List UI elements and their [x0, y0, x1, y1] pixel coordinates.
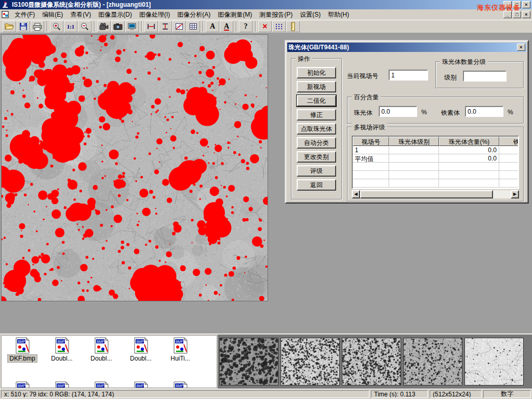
- file-item[interactable]: BMP: [161, 381, 200, 388]
- status-time: Time (s): 0.113: [371, 390, 428, 398]
- actual-size-icon: 1:1: [67, 23, 75, 30]
- measure-horizontal-button[interactable]: [144, 21, 158, 32]
- dialog-title: 珠光体(GB/T9441-88): [288, 43, 517, 52]
- menu-image-display[interactable]: 图像显示(D): [95, 9, 136, 20]
- file-item[interactable]: BMPDKF.bmp: [3, 337, 42, 363]
- scrollbar-track[interactable]: [493, 190, 511, 198]
- grade-button[interactable]: 评级: [297, 165, 336, 177]
- bmp-file-icon: BMP: [171, 381, 189, 388]
- table-cell: [439, 171, 499, 179]
- zoom-out-button[interactable]: [78, 21, 91, 32]
- thumbnail-image[interactable]: [403, 338, 462, 385]
- pick-pearlite-button[interactable]: 点取珠光体: [297, 123, 336, 135]
- column-header[interactable]: 珠光体级别: [389, 137, 439, 146]
- menu-settings[interactable]: 设置(S): [296, 9, 324, 20]
- file-item[interactable]: BMP: [42, 381, 82, 388]
- app-icon: [2, 1, 10, 9]
- scroll-right-button[interactable]: ▶: [511, 190, 519, 198]
- child-close-button[interactable]: ×: [522, 11, 530, 18]
- menu-file[interactable]: 文件(F): [11, 9, 38, 20]
- file-item[interactable]: BMP: [3, 381, 42, 388]
- print-button[interactable]: [31, 21, 44, 32]
- table-row[interactable]: [353, 179, 518, 188]
- thumbnail-image[interactable]: [342, 338, 401, 385]
- thumbnail-image[interactable]: [281, 338, 340, 385]
- file-item[interactable]: BMPDoubl...: [42, 337, 82, 363]
- file-item[interactable]: BMPDoubl...: [121, 337, 161, 363]
- auto-classify-button[interactable]: 自动分类: [297, 137, 336, 149]
- column-header[interactable]: 珠光体含量(%): [439, 137, 499, 146]
- ferrite-label: 铁素体: [441, 109, 460, 117]
- file-item[interactable]: BMPHuiTi...: [161, 337, 200, 363]
- menu-help[interactable]: 帮助(H): [324, 9, 353, 20]
- bmp-file-icon: BMP: [92, 381, 110, 388]
- font-button[interactable]: A: [206, 21, 219, 32]
- camera-button[interactable]: [111, 21, 125, 32]
- status-image-size: (512x512x24): [430, 390, 482, 398]
- current-field-label: 当前视场号: [347, 72, 378, 81]
- toolbar-separator: [141, 21, 142, 32]
- table-row[interactable]: [353, 163, 518, 171]
- menu-image-process[interactable]: 图像处理(I): [136, 9, 174, 20]
- dialog-title-bar[interactable]: 珠光体(GB/T9441-88) ×: [287, 43, 526, 52]
- scroll-left-button[interactable]: ◀: [352, 190, 360, 198]
- bmp-file-icon: BMP: [92, 337, 110, 354]
- video-capture-button[interactable]: [97, 21, 111, 32]
- child-window-icon[interactable]: [2, 11, 10, 19]
- table-row[interactable]: 平均值0.0: [353, 154, 518, 163]
- menu-edit[interactable]: 编辑(E): [38, 9, 66, 20]
- cut-button[interactable]: ×: [258, 21, 272, 32]
- calibration-button[interactable]: [272, 21, 286, 32]
- file-browser: BMPDKF.bmpBMPDoubl...BMPDoubl...BMPDoubl…: [1, 335, 217, 388]
- toolbar-separator: [47, 21, 48, 32]
- change-class-button[interactable]: 更改类别: [297, 151, 336, 163]
- annotate-button[interactable]: A: [220, 21, 233, 32]
- calibration-icon: [275, 23, 283, 30]
- workspace: 珠光体(GB/T9441-88) × 操作 初始化新视场二值化修正点取珠光体自动…: [0, 33, 532, 334]
- actual-size-button[interactable]: 1:1: [64, 21, 77, 32]
- thumbnail-image[interactable]: [219, 338, 278, 385]
- dialog-close-button[interactable]: ×: [517, 44, 525, 51]
- file-item[interactable]: BMP: [121, 381, 161, 388]
- multi-field-table: 视场号珠光体级别珠光体含量(%)铁素体10.0平均值0.0: [352, 136, 519, 189]
- table-row[interactable]: 10.0: [353, 146, 518, 154]
- close-button[interactable]: ×: [522, 1, 530, 8]
- grid-button[interactable]: [187, 21, 200, 32]
- thumbnail-image[interactable]: [464, 338, 524, 385]
- file-item[interactable]: BMPDoubl...: [82, 337, 121, 363]
- correction-button[interactable]: 修正: [297, 109, 336, 121]
- binarize-button[interactable]: 二值化: [297, 95, 336, 107]
- file-name: Doubl...: [88, 354, 114, 363]
- svg-text:BMP: BMP: [18, 384, 25, 388]
- camera-icon: [113, 23, 123, 30]
- menu-view[interactable]: 查看(V): [66, 9, 95, 20]
- level-input[interactable]: [463, 71, 507, 82]
- menu-image-measure[interactable]: 图像测量(M): [214, 9, 256, 20]
- title-bar[interactable]: IS100显微摄像系统(金相分析版) - [zhuguangti01] _ □ …: [0, 0, 532, 9]
- printer-icon: [33, 23, 42, 31]
- zoom-in-button[interactable]: [50, 21, 63, 32]
- display-button[interactable]: [125, 21, 139, 32]
- scrollbar-thumb[interactable]: [360, 190, 493, 198]
- ruler-button[interactable]: [286, 21, 300, 32]
- table-row[interactable]: [353, 171, 518, 179]
- table-cell: [499, 163, 519, 171]
- return-button[interactable]: 返回: [297, 179, 336, 191]
- save-button[interactable]: [17, 21, 30, 32]
- table-hscrollbar[interactable]: ◀ ▶: [352, 190, 519, 198]
- open-button[interactable]: [3, 21, 16, 32]
- current-field-input[interactable]: [389, 70, 428, 81]
- help-button[interactable]: ?: [239, 21, 252, 32]
- initialize-button[interactable]: 初始化: [297, 67, 336, 78]
- ferrite-percent-input[interactable]: [465, 106, 503, 117]
- specimen-image[interactable]: [1, 34, 268, 301]
- file-item[interactable]: BMP: [82, 381, 121, 388]
- menu-image-analysis[interactable]: 图像分析(A): [174, 9, 214, 20]
- column-header[interactable]: 铁素体: [499, 137, 519, 146]
- measure-grid-button[interactable]: [172, 21, 186, 32]
- pearlite-percent-input[interactable]: [379, 106, 417, 117]
- menu-measure-report[interactable]: 测量报告(P): [256, 9, 296, 20]
- measure-vertical-button[interactable]: [158, 21, 172, 32]
- new-field-button[interactable]: 新视场: [297, 81, 336, 92]
- column-header[interactable]: 视场号: [353, 137, 389, 146]
